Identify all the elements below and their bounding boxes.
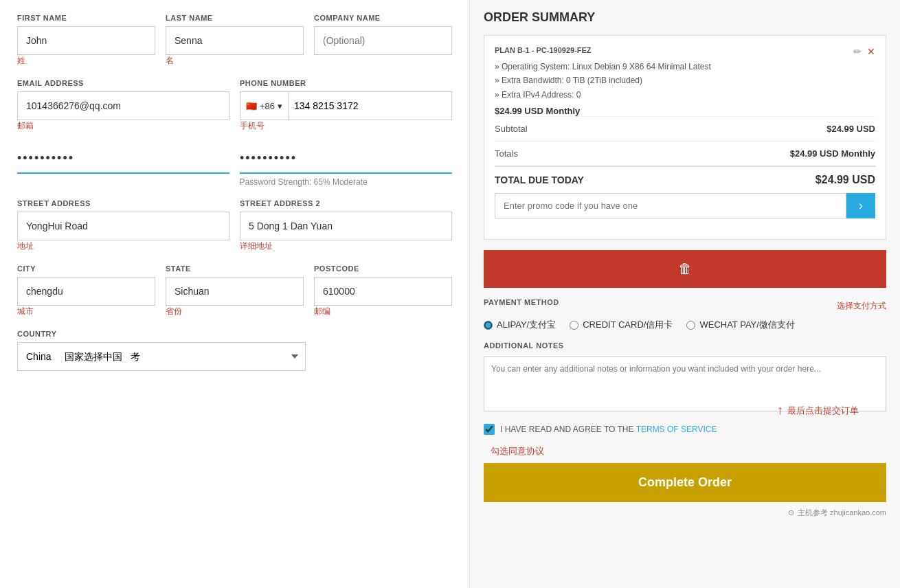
first-name-annotation: 姓 (17, 55, 155, 67)
subtotal-label: Subtotal (495, 124, 528, 134)
plan-details: » Operating System: Linux Debian 9 X86 6… (495, 60, 711, 102)
address-row: STREET ADDRESS 地址 STREET ADDRESS 2 详细地址 (17, 199, 452, 252)
street2-annotation: 详细地址 (240, 240, 452, 252)
company-name-label: COMPANY NAME (314, 14, 452, 22)
chevron-down-icon: ▾ (278, 101, 282, 111)
password-strength-text: Password Strength: 65% Moderate (240, 177, 453, 187)
totals-value: $24.99 USD Monthly (790, 148, 875, 159)
plan-id: PLAN B-1 - PC-190929-FEZ (495, 46, 711, 54)
delete-order-bar[interactable]: 🗑 (484, 250, 886, 288)
phone-annotation: 手机号 (240, 120, 452, 132)
phone-code: +86 (260, 101, 275, 111)
company-name-input[interactable] (314, 26, 452, 55)
tos-annotation: 勾选同意协议 (491, 446, 544, 456)
country-select[interactable]: China 国家选择中国 考 (17, 342, 306, 371)
first-name-label: FIRST NAME (17, 14, 155, 22)
password-confirm-group (240, 144, 452, 174)
tos-checkbox[interactable] (484, 424, 495, 435)
phone-number-input[interactable] (289, 92, 451, 120)
totals-line: Totals $24.99 USD Monthly (495, 141, 875, 166)
right-panel: ORDER SUMMARY PLAN B-1 - PC-190929-FEZ »… (469, 0, 900, 588)
phone-label: PHONE NUMBER (240, 79, 452, 87)
country-label: COUNTRY (17, 330, 452, 338)
first-name-input[interactable] (17, 26, 155, 55)
plan-info: PLAN B-1 - PC-190929-FEZ » Operating Sys… (495, 46, 711, 116)
payment-method-label: PAYMENT METHOD (484, 298, 559, 306)
promo-code-input[interactable] (495, 193, 846, 218)
phone-group: PHONE NUMBER 🇨🇳 +86 ▾ 手机号 (240, 79, 452, 132)
email-input[interactable] (17, 91, 229, 120)
subtotal-line: Subtotal $24.99 USD (495, 116, 875, 141)
password-group (17, 144, 229, 174)
total-due-value: $24.99 USD (815, 174, 875, 186)
delete-icon: 🗑 (678, 261, 692, 277)
order-card-header: PLAN B-1 - PC-190929-FEZ » Operating Sys… (495, 46, 875, 116)
watermark-logo: ⊙ (788, 508, 794, 517)
street-annotation: 地址 (17, 240, 229, 252)
tos-text: I HAVE READ AND AGREE TO THE TERMS OF SE… (500, 425, 717, 434)
notes-label: ADDITIONAL NOTES (484, 341, 886, 350)
plan-detail-3: » Extra IPv4 Address: 0 (495, 88, 711, 102)
totals-label: Totals (495, 148, 518, 159)
alipay-radio[interactable] (484, 321, 493, 330)
watermark-text: 主机参考 zhujicankao.com (798, 508, 886, 518)
state-label: STATE (166, 264, 304, 273)
wechat-option[interactable]: WECHAT PAY/微信支付 (686, 319, 794, 331)
last-name-label: LAST NAME (166, 14, 304, 22)
plan-detail-1: » Operating System: Linux Debian 9 X86 6… (495, 60, 711, 74)
subtotal-value: $24.99 USD (826, 124, 875, 134)
email-annotation: 邮箱 (17, 120, 229, 132)
postcode-input[interactable] (314, 277, 452, 306)
creditcard-option[interactable]: CREDIT CARD/信用卡 (570, 319, 673, 331)
password-confirm-input[interactable] (240, 144, 452, 174)
password-row (17, 144, 452, 174)
postcode-group: POSTCODE 邮编 (314, 264, 452, 317)
street-label: STREET ADDRESS (17, 199, 229, 207)
complete-order-button[interactable]: Complete Order (484, 463, 886, 502)
payment-options: ALIPAY/支付宝 CREDIT CARD/信用卡 WECHAT PAY/微信… (484, 319, 886, 331)
postcode-label: POSTCODE (314, 264, 452, 273)
phone-flag-selector[interactable]: 🇨🇳 +86 ▾ (240, 92, 289, 120)
promo-submit-button[interactable]: › (846, 193, 875, 218)
first-name-group: FIRST NAME 姓 (17, 14, 155, 67)
street2-address-group: STREET ADDRESS 2 详细地址 (240, 199, 452, 252)
street-input[interactable] (17, 212, 229, 240)
remove-plan-button[interactable]: ✕ (867, 46, 875, 57)
city-state-row: CITY 城市 STATE 省份 POSTCODE 邮编 (17, 264, 452, 317)
order-summary-title: ORDER SUMMARY (484, 10, 886, 25)
alipay-option[interactable]: ALIPAY/支付宝 (484, 319, 556, 331)
street2-label: STREET ADDRESS 2 (240, 199, 452, 207)
email-label: EMAIL ADDRESS (17, 79, 229, 87)
state-input[interactable] (166, 277, 304, 306)
left-panel: FIRST NAME 姓 LAST NAME 名 COMPANY NAME EM… (0, 0, 469, 588)
submit-annotation-text: 最后点击提交订单 (787, 405, 859, 417)
city-annotation: 城市 (17, 306, 155, 317)
order-card: PLAN B-1 - PC-190929-FEZ » Operating Sys… (484, 35, 886, 240)
phone-input-wrap: 🇨🇳 +86 ▾ (240, 91, 452, 120)
plan-detail-2: » Extra Bandwidth: 0 TiB (2TiB included) (495, 74, 711, 87)
tos-link[interactable]: TERMS OF SERVICE (636, 425, 717, 434)
street2-input[interactable] (240, 212, 452, 240)
country-group: COUNTRY China 国家选择中国 考 (17, 330, 452, 371)
company-name-group: COMPANY NAME (314, 14, 452, 67)
email-group: EMAIL ADDRESS 邮箱 (17, 79, 229, 132)
total-due-line: TOTAL DUE TODAY $24.99 USD (495, 166, 875, 193)
postcode-annotation: 邮编 (314, 306, 452, 317)
wechat-radio[interactable] (686, 321, 695, 330)
tos-row: I HAVE READ AND AGREE TO THE TERMS OF SE… (484, 424, 886, 435)
payment-method-section: PAYMENT METHOD 选择支付方式 ALIPAY/支付宝 CREDIT … (484, 298, 886, 331)
submit-annotation: ↑ 最后点击提交订单 (777, 403, 859, 418)
city-input[interactable] (17, 277, 155, 306)
street-address-group: STREET ADDRESS 地址 (17, 199, 229, 252)
edit-plan-button[interactable]: ✏ (853, 46, 862, 57)
card-actions: ✏ ✕ (853, 46, 875, 57)
last-name-group: LAST NAME 名 (166, 14, 304, 67)
creditcard-radio[interactable] (570, 321, 578, 330)
password-input[interactable] (17, 144, 229, 174)
last-name-input[interactable] (166, 26, 304, 55)
city-label: CITY (17, 264, 155, 273)
total-due-label: TOTAL DUE TODAY (495, 174, 584, 185)
flag-icon: 🇨🇳 (246, 101, 257, 111)
state-annotation: 省份 (166, 306, 304, 317)
payment-annotation: 选择支付方式 (837, 300, 886, 312)
